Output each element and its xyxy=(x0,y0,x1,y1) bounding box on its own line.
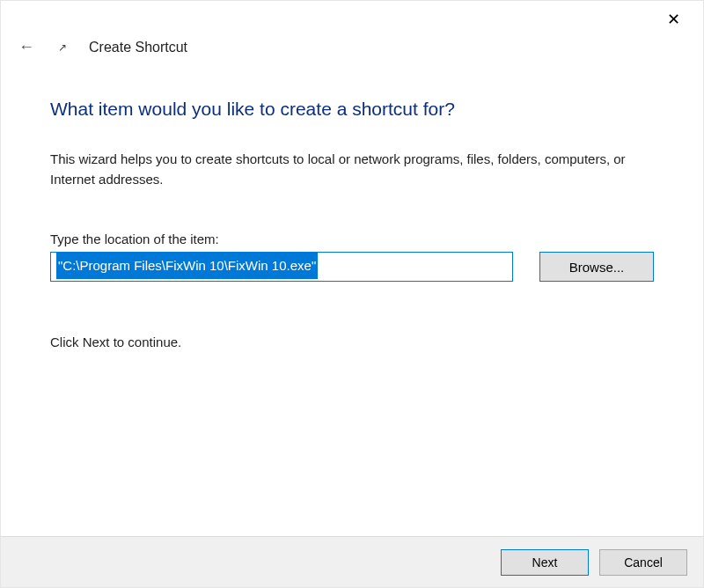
close-icon[interactable]: ✕ xyxy=(660,8,687,31)
dialog-content: What item would you like to create a sho… xyxy=(1,56,703,536)
location-label: Type the location of the item: xyxy=(50,232,654,246)
wizard-description: This wizard helps you to create shortcut… xyxy=(50,150,631,189)
breadcrumb: Create Shortcut xyxy=(89,40,187,55)
page-title: What item would you like to create a sho… xyxy=(50,99,654,120)
location-input-selection: "C:\Program Files\FixWin 10\FixWin 10.ex… xyxy=(56,253,318,279)
location-input[interactable]: "C:\Program Files\FixWin 10\FixWin 10.ex… xyxy=(50,252,513,282)
continue-hint: Click Next to continue. xyxy=(50,334,654,349)
next-button[interactable]: Next xyxy=(501,549,589,576)
shortcut-wizard-icon: ↗ xyxy=(55,40,70,55)
dialog-header: ← ↗ Create Shortcut xyxy=(1,38,703,56)
cancel-button[interactable]: Cancel xyxy=(599,549,687,576)
browse-button[interactable]: Browse... xyxy=(539,252,654,282)
dialog-footer: Next Cancel xyxy=(1,536,703,587)
titlebar: ✕ xyxy=(1,1,703,43)
create-shortcut-dialog: ✕ ← ↗ Create Shortcut What item would yo… xyxy=(0,0,704,588)
back-arrow-icon[interactable]: ← xyxy=(17,38,36,56)
